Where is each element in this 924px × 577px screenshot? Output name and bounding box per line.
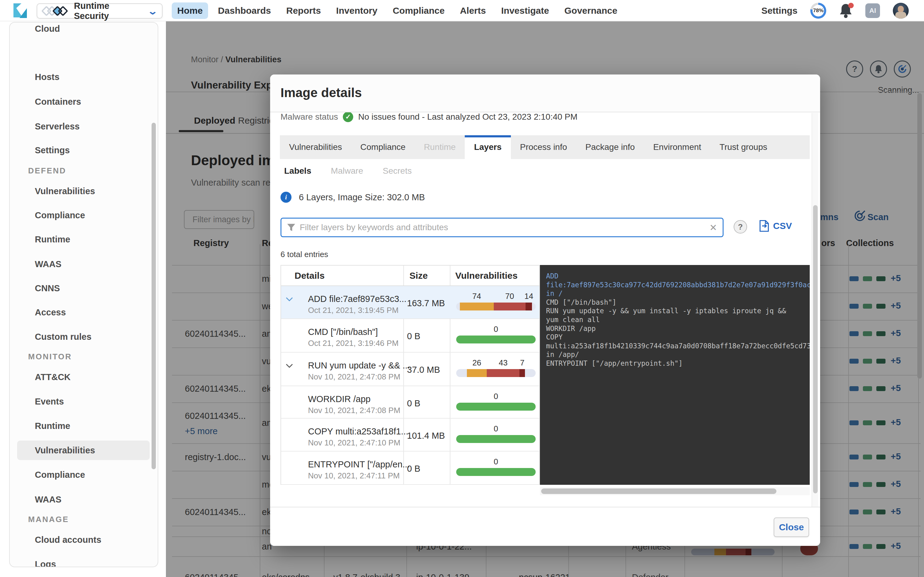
sidebar: CloudHostsContainersServerlessSettingsDE… <box>9 22 158 567</box>
layer-command: ENTRYPOINT ["/app/en... <box>308 459 410 469</box>
nav-item-governance[interactable]: Governance <box>559 2 623 19</box>
layer-vuln-labels: 747014 <box>456 292 536 301</box>
modal-tab-package-info[interactable]: Package info <box>576 135 644 159</box>
usage-progress-ring[interactable]: 78% <box>810 3 826 19</box>
sidebar-item-settings[interactable]: Settings <box>17 140 150 160</box>
sidebar-item-compliance[interactable]: Compliance <box>17 205 150 225</box>
funnel-icon <box>287 223 296 232</box>
nav-item-inventory[interactable]: Inventory <box>331 2 383 19</box>
modal-tab-vulnerabilities[interactable]: Vulnerabilities <box>280 135 351 159</box>
layer-command: RUN yum update -y && ... <box>308 361 410 371</box>
layer-vuln-bar: 747014 <box>456 292 536 314</box>
sidebar-item-runtime[interactable]: Runtime <box>17 230 150 249</box>
sidebar-section-defend: DEFEND <box>17 163 150 178</box>
sidebar-item-containers[interactable]: Containers <box>17 92 150 111</box>
notifications-bell-icon[interactable] <box>839 3 853 18</box>
sidebar-item-waas[interactable]: WAAS <box>17 254 150 274</box>
product-name: Runtime Security <box>74 1 146 21</box>
modal-tab-layers[interactable]: Layers <box>465 135 510 159</box>
modal-tab-trust-groups[interactable]: Trust groups <box>711 135 776 159</box>
nav-item-investigate[interactable]: Investigate <box>496 2 554 19</box>
code-line: in /app/ <box>546 350 810 359</box>
sidebar-item-att-ck[interactable]: ATT&CK <box>17 367 150 387</box>
layers-filter-input[interactable] <box>300 222 705 232</box>
layer-size: 0 B <box>407 398 420 408</box>
main-nav: HomeDashboardsReportsInventoryCompliance… <box>172 0 623 21</box>
layers-header-details: Details <box>294 271 325 281</box>
nav-item-home[interactable]: Home <box>172 2 208 19</box>
settings-link[interactable]: Settings <box>761 5 798 16</box>
layer-row[interactable]: ENTRYPOINT ["/app/en...Nov 10, 2021, 2:4… <box>281 451 539 485</box>
layers-table-header: DetailsSizeVulnerabilities <box>281 266 539 286</box>
chevron-down-icon[interactable] <box>285 297 293 303</box>
code-line: multi:a253af18f1b4210339c744c9aa7a0d0708… <box>546 342 810 350</box>
filter-help-icon[interactable]: ? <box>733 220 747 234</box>
nav-item-reports[interactable]: Reports <box>281 2 326 19</box>
nav-item-alerts[interactable]: Alerts <box>454 2 491 19</box>
close-button[interactable]: Close <box>774 517 809 537</box>
vuln-bar <box>456 303 536 311</box>
modal-subtab-malware[interactable]: Malware <box>331 166 363 176</box>
layer-size: 0 B <box>407 464 420 474</box>
sidebar-item-waas[interactable]: WAAS <box>17 490 150 509</box>
sidebar-item-logs[interactable]: Logs <box>17 554 150 567</box>
modal-footer: Close <box>270 507 820 546</box>
sidebar-item-custom-rules[interactable]: Custom rules <box>17 327 150 347</box>
modal-subtab-labels[interactable]: Labels <box>284 166 311 176</box>
sidebar-item-vulnerabilities[interactable]: Vulnerabilities <box>17 181 150 201</box>
clear-filter-icon[interactable]: ✕ <box>709 222 717 233</box>
layer-date: Nov 10, 2021, 2:47:10 PM <box>308 438 400 448</box>
modal-header: Image details <box>270 74 820 112</box>
layer-date: Nov 10, 2021, 2:47:11 PM <box>308 471 400 480</box>
layers-table: DetailsSizeVulnerabilitiesADD file:7aef8… <box>281 265 540 485</box>
brand-logo-icon <box>13 3 29 18</box>
malware-status-label: Malware status <box>281 112 338 122</box>
sidebar-item-access[interactable]: Access <box>17 303 150 322</box>
layer-row[interactable]: ADD file:7aef897e53c3...Oct 21, 2021, 3:… <box>281 286 539 319</box>
layers-summary: 6 Layers, Image Size: 302.0 MB <box>299 192 425 202</box>
vuln-bar-none <box>456 403 536 411</box>
layers-header-vulnerabilities: Vulnerabilities <box>455 271 518 281</box>
layer-vuln-labels: 0 <box>456 324 536 334</box>
code-line: in / <box>546 289 810 298</box>
sidebar-item-vulnerabilities[interactable]: Vulnerabilities <box>17 440 150 460</box>
layer-command: WORKDIR /app <box>308 394 371 404</box>
vuln-bar-none <box>456 335 536 343</box>
layer-vuln-bar: 0 <box>456 392 536 414</box>
sidebar-item-cloud-accounts[interactable]: Cloud accounts <box>17 530 150 550</box>
product-selector[interactable]: Runtime Security ⌄ <box>37 3 163 19</box>
layer-command: CMD ["/bin/bash"] <box>308 327 378 337</box>
sidebar-item-cnns[interactable]: CNNS <box>17 279 150 298</box>
code-line: yum clean all <box>546 315 810 324</box>
sidebar-item-compliance[interactable]: Compliance <box>17 465 150 485</box>
layer-size: 101.4 MB <box>407 431 445 441</box>
nav-item-dashboards[interactable]: Dashboards <box>212 2 276 19</box>
modal-title: Image details <box>281 85 362 100</box>
sidebar-item-cloud[interactable]: Cloud <box>17 22 150 39</box>
layer-row[interactable]: WORKDIR /appNov 10, 2021, 2:47:08 PM0 B0 <box>281 386 539 419</box>
avatar[interactable] <box>893 3 909 19</box>
csv-export-button[interactable]: CSV <box>759 220 792 232</box>
sidebar-item-events[interactable]: Events <box>17 392 150 411</box>
modal-scroll-thumb[interactable] <box>813 205 818 493</box>
notification-dot <box>848 3 854 8</box>
layer-row[interactable]: CMD ["/bin/bash"]Oct 21, 2021, 3:19:46 P… <box>281 319 539 353</box>
layer-vuln-labels: 0 <box>456 392 536 401</box>
code-line: ADD <box>546 272 810 280</box>
nav-item-compliance[interactable]: Compliance <box>387 2 450 19</box>
modal-tab-compliance[interactable]: Compliance <box>351 135 415 159</box>
sidebar-scrollbar[interactable] <box>152 123 156 469</box>
chevron-down-icon[interactable] <box>285 363 293 370</box>
sidebar-item-hosts[interactable]: Hosts <box>17 67 150 87</box>
layer-row[interactable]: RUN yum update -y && ...Nov 10, 2021, 2:… <box>281 353 539 386</box>
sidebar-item-serverless[interactable]: Serverless <box>17 117 150 136</box>
layer-date: Nov 10, 2021, 2:47:08 PM <box>308 406 400 415</box>
sidebar-item-runtime[interactable]: Runtime <box>17 416 150 436</box>
code-hscroll-thumb[interactable] <box>541 488 776 494</box>
modal-subtab-secrets[interactable]: Secrets <box>383 166 412 176</box>
layer-row[interactable]: COPY multi:a253af18f1...Nov 10, 2021, 2:… <box>281 419 539 451</box>
modal-tab-environment[interactable]: Environment <box>644 135 711 159</box>
modal-tab-runtime: Runtime <box>415 135 465 159</box>
ai-assistant-icon[interactable]: AI <box>865 3 880 18</box>
modal-tab-process-info[interactable]: Process info <box>511 135 576 159</box>
